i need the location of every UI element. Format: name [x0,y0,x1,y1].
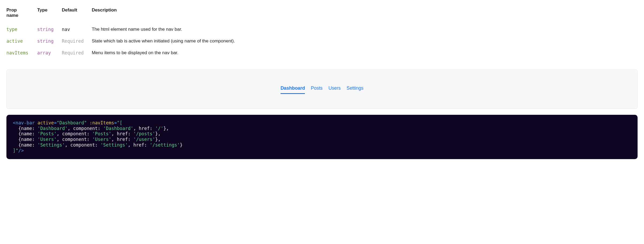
code-token: :navItems [90,120,114,125]
code-token: = [54,120,57,125]
code-token: {name: [18,142,37,148]
code-token [13,131,18,136]
code-token: <nav-bar [13,120,35,125]
code-block: <nav-bar active="Dashboard" :navItems="[… [6,115,638,159]
prop-default-cell: Required [62,47,92,59]
code-token: {name: [18,126,37,131]
code-token: 'Posts' [92,131,112,136]
code-token: , component: [68,126,103,131]
prop-description-cell: The html element name used for the nav b… [92,23,638,35]
code-token: } [180,142,182,148]
code-token: , component: [65,142,101,148]
nav-item-users[interactable]: Users [328,84,341,94]
nav-item-settings[interactable]: Settings [347,84,363,94]
props-header-type: Type [37,5,62,23]
nav-item-posts[interactable]: Posts [311,84,323,94]
table-row: navItemsarrayRequiredMenu items to be di… [6,47,638,59]
code-token: , component: [57,137,92,142]
prop-description-cell: State which tab is active when initiated… [92,35,638,47]
prop-type-cell: string [37,35,62,47]
prop-default-cell: Required [62,35,92,47]
props-header-propname: Prop name [6,5,37,23]
code-token: active [37,120,54,125]
code-token: }, [155,137,160,142]
code-token: , href: [112,137,133,142]
code-token: , href: [133,126,155,131]
props-table: Prop name Type Default Description types… [6,5,638,59]
prop-name-cell: active [6,35,37,47]
code-token: , href: [128,142,150,148]
code-token: "[ [117,120,122,125]
code-token: {name: [18,137,37,142]
code-token: 'Posts' [37,131,57,136]
code-token: , component: [57,131,92,136]
prop-name-cell: navItems [6,47,37,59]
code-token: 'Settings' [101,142,128,148]
code-token: 'Users' [92,137,112,142]
code-token: /> [18,148,24,153]
code-token: '/' [155,126,163,131]
table-row: typestringnavThe html element name used … [6,23,638,35]
props-header-default: Default [62,5,92,23]
prop-name-cell: type [6,23,37,35]
code-token: 'Dashboard' [37,126,68,131]
prop-description-cell: Menu items to be displayed on the nav ba… [92,47,638,59]
prop-type-cell: array [37,47,62,59]
code-token: '/settings' [150,142,180,148]
code-token: "Dashboard" [57,120,87,125]
code-token [13,137,18,142]
prop-type-cell: string [37,23,62,35]
code-token [13,126,18,131]
code-token [13,142,18,148]
code-token: 'Dashboard' [103,126,133,131]
prop-default-cell: nav [62,23,92,35]
code-token: , href: [112,131,133,136]
nav-bar: DashboardPostsUsersSettings [281,84,363,94]
code-token: }, [155,131,160,136]
code-token: '/posts' [133,131,155,136]
code-token: = [114,120,117,125]
code-token [87,120,89,125]
props-header-description: Description [92,5,638,23]
code-token: }, [163,126,169,131]
code-token [35,120,37,125]
code-token: ]" [13,148,18,153]
code-token: {name: [18,131,37,136]
table-row: activestringRequiredState which tab is a… [6,35,638,47]
code-token: 'Users' [37,137,57,142]
code-token: 'Settings' [37,142,65,148]
nav-item-dashboard[interactable]: Dashboard [281,84,305,94]
demo-panel: DashboardPostsUsersSettings [6,69,638,109]
code-token: '/users' [133,137,155,142]
